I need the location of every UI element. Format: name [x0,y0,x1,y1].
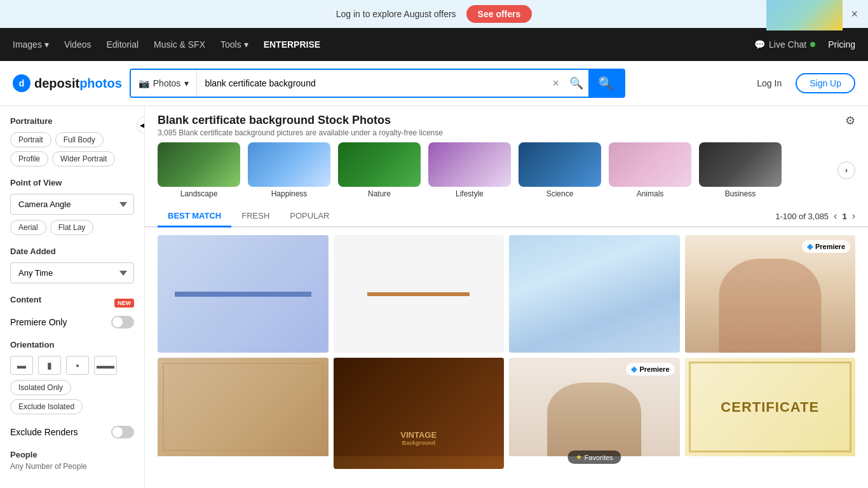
tag-portrait[interactable]: Portrait [10,132,51,147]
reverse-image-search-button[interactable]: 🔍 [564,76,588,90]
filter-orientation: Orientation ▬ ▮ ▪ ▬▬ Isolated Only Exclu… [10,340,134,414]
premiere-label-7: Premiere [639,365,669,373]
orientation-portrait-icon[interactable]: ▮ [38,356,61,375]
current-page: 1 [842,212,846,221]
image-card-1[interactable] [158,235,329,353]
nav-images-dropdown-icon: ▾ [44,39,49,50]
filter-people-title: People [10,450,134,459]
image-card-8[interactable]: CERTIFICATE [685,358,856,469]
filter-orientation-title: Orientation [10,340,134,349]
category-animals-thumb [609,142,691,187]
login-button[interactable]: Log In [749,74,789,92]
nav-item-tools[interactable]: Tools ▾ [220,39,248,50]
date-added-select[interactable]: Any Time [10,262,134,283]
card-cert1-bg [158,235,329,353]
content-area: Blank certificate background Stock Photo… [145,106,868,487]
tab-fresh[interactable]: FRESH [231,206,280,227]
nav-item-images[interactable]: Images ▾ [13,39,49,50]
filter-pov-title: Point of View [10,178,134,187]
orientation-landscape-icon[interactable]: ▬ [10,356,33,375]
category-science-thumb [519,142,601,187]
orientation-square-icon[interactable]: ▪ [66,356,89,375]
category-landscape-label: Landscape [158,189,240,198]
nav-item-enterprise[interactable]: ENTERPRISE [264,39,320,50]
category-landscape[interactable]: Landscape [158,142,240,198]
category-science[interactable]: Science [519,142,601,198]
card-cert-gold-bg: CERTIFICATE [685,358,856,456]
card-old-paper-bg [158,358,329,456]
tag-full-body[interactable]: Full Body [55,132,104,147]
next-page-button[interactable]: › [852,210,855,222]
sidebar-collapse-button[interactable]: ◀◀ [137,116,145,134]
nav-tools-label: Tools [220,39,241,50]
live-chat-label: Live Chat [769,39,806,50]
favorites-button-7[interactable]: ★ Favorites [568,451,621,464]
card-cert1-inner [175,292,311,297]
search-clear-button[interactable]: × [547,77,564,90]
close-banner-button[interactable]: × [851,8,858,21]
orientation-panorama-icon[interactable]: ▬▬ [94,356,117,375]
main-layout: ◀◀ Portraiture Portrait Full Body Profil… [0,106,868,487]
tab-best-match[interactable]: BEST MATCH [158,206,231,227]
logo-text: depositphotos [34,76,122,91]
image-card-7[interactable]: ◆ Premiere ★ Favorites [509,358,680,469]
signup-button[interactable]: Sign Up [796,73,855,93]
logo[interactable]: d depositphotos [13,74,122,92]
premiere-label-4: Premiere [815,243,845,250]
tag-wider-portrait[interactable]: Wider Portrait [52,151,115,166]
tag-profile[interactable]: Profile [10,151,48,166]
category-animals-label: Animals [609,189,691,198]
any-people-label: Any Number of People [10,462,134,471]
tag-isolated-only[interactable]: Isolated Only [10,380,71,395]
tag-exclude-isolated[interactable]: Exclude Isolated [10,399,83,414]
tab-popular[interactable]: POPULAR [280,206,339,227]
image-card-5[interactable] [158,358,329,469]
tag-flat-lay[interactable]: Flat Lay [50,220,94,235]
category-scroll-inner: Landscape Happiness Nature Lifestyle Sci… [158,142,837,198]
category-happiness[interactable]: Happiness [248,142,330,198]
category-lifestyle-thumb [428,142,511,187]
category-animals[interactable]: Animals [609,142,691,198]
advanced-filter-icon[interactable]: ⚙ [845,114,855,128]
filter-point-of-view: Point of View Camera Angle Aerial Flat L… [10,178,134,235]
category-happiness-label: Happiness [248,189,330,198]
navbar: Images ▾ Videos Editorial Music & SFX To… [0,28,868,61]
search-submit-button[interactable]: 🔍 [588,70,624,97]
search-icon: 🔍 [598,76,614,91]
exclude-renders-toggle[interactable] [111,426,134,438]
nav-tools-dropdown-icon: ▾ [244,39,248,50]
filter-portraiture: Portraiture Portrait Full Body Profile W… [10,116,134,166]
prev-page-button[interactable]: ‹ [834,210,837,222]
category-business[interactable]: Business [699,142,782,198]
diamond-icon: ◆ [807,242,813,251]
nav-images-label: Images [13,39,42,50]
category-nature[interactable]: Nature [338,142,421,198]
search-type-dropdown[interactable]: 📷 Photos ▾ [131,70,198,97]
nav-item-editorial[interactable]: Editorial [106,39,139,50]
image-card-3[interactable] [509,235,680,353]
vintage-text: VINTAGEBackground [400,430,437,446]
search-input[interactable] [197,70,547,97]
tag-aerial[interactable]: Aerial [10,220,46,235]
live-chat-button[interactable]: 💬 Live Chat [754,39,815,50]
diamond-icon-7: ◆ [631,365,637,374]
nav-item-music[interactable]: Music & SFX [154,39,205,50]
nav-item-videos[interactable]: Videos [64,39,92,50]
category-landscape-thumb [158,142,240,187]
image-card-6[interactable]: VINTAGEBackground [334,358,505,469]
search-type-arrow-icon: ▾ [184,78,189,88]
premiere-badge-7: ◆ Premiere [626,363,674,376]
camera-angle-select[interactable]: Camera Angle [10,194,134,215]
portraiture-tags: Portrait Full Body Profile Wider Portrai… [10,132,134,166]
image-card-4[interactable]: ◆ Premiere [685,235,856,353]
pricing-link[interactable]: Pricing [828,39,855,50]
category-lifestyle[interactable]: Lifestyle [428,142,511,198]
see-offers-button[interactable]: See offers [466,5,532,23]
filter-date-added: Date Added Any Time [10,247,134,283]
isolation-tags: Isolated Only Exclude Isolated [10,380,134,414]
category-scroll-right-arrow[interactable]: › [837,161,855,179]
premiere-only-toggle[interactable] [111,316,134,329]
image-card-2[interactable] [334,235,505,353]
filter-content: Content NEW Premiere Only [10,295,134,329]
nav-videos-label: Videos [64,39,92,50]
